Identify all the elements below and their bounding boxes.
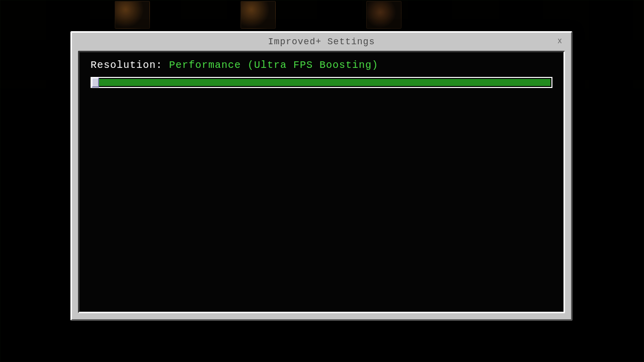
dialog-content: Resolution: Performance (Ultra FPS Boost… — [78, 51, 565, 313]
background-block — [115, 1, 150, 29]
background-block — [366, 1, 401, 29]
resolution-setting-label-row: Resolution: Performance (Ultra FPS Boost… — [91, 59, 552, 71]
dialog-titlebar: Improved+ Settings x — [72, 33, 571, 51]
close-icon: x — [558, 36, 562, 45]
dialog-title: Improved+ Settings — [268, 37, 375, 47]
close-button[interactable]: x — [555, 36, 565, 46]
setting-value: Performance (Ultra FPS Boosting) — [169, 59, 378, 71]
setting-label: Resolution: — [91, 59, 163, 71]
resolution-slider[interactable] — [91, 77, 552, 88]
background-block — [240, 1, 276, 29]
slider-handle[interactable] — [92, 77, 99, 87]
slider-fill — [98, 79, 550, 86]
settings-dialog: Improved+ Settings x Resolution: Perform… — [70, 31, 573, 321]
